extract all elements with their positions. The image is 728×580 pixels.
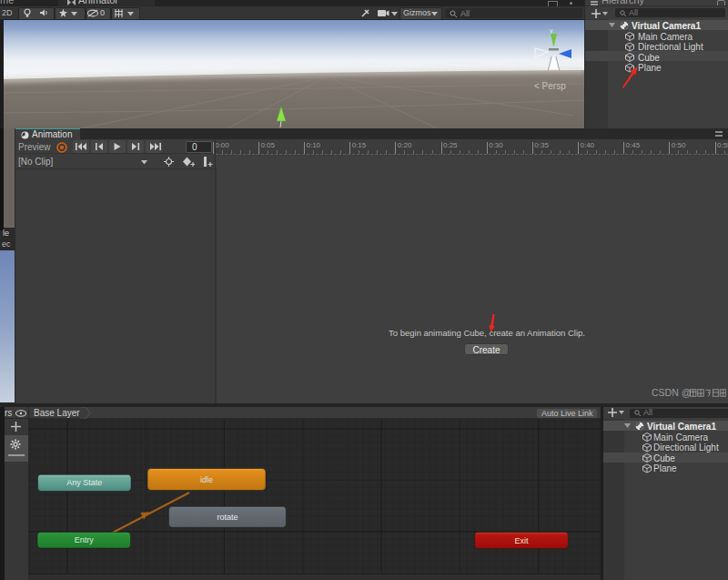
svg-text:idle: idle xyxy=(200,475,213,484)
svg-text:Exit: Exit xyxy=(514,536,529,545)
svg-text:Any State: Any State xyxy=(66,478,102,487)
svg-text:y: y xyxy=(550,27,553,35)
svg-text:rotate: rotate xyxy=(217,513,238,522)
svg-text:Entry: Entry xyxy=(75,535,95,544)
